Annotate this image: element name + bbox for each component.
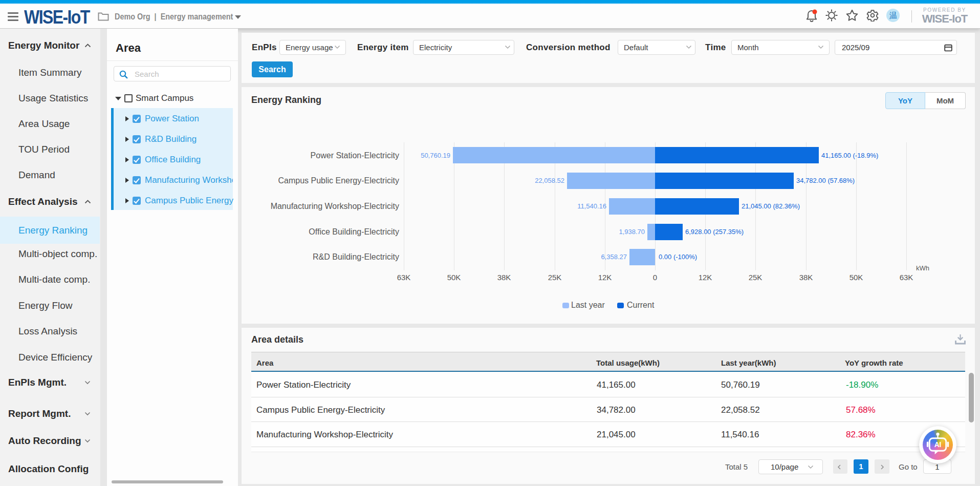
svg-text:AI: AI — [934, 441, 942, 449]
